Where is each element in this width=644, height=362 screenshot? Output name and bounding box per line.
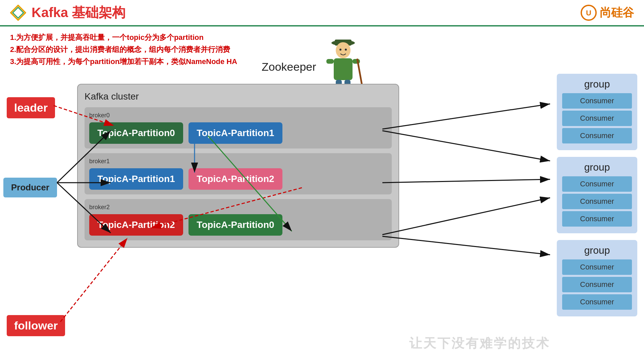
svg-line-31 [382, 236, 550, 255]
broker2-partition0: TopicA-Partition2 [89, 214, 183, 236]
broker0-partition0: TopicA-Partition0 [89, 122, 183, 144]
consumer-g2-1: Consumer [562, 176, 632, 192]
broker2-partition1: TopicA-Partition0 [189, 214, 282, 236]
svg-line-29 [382, 179, 550, 183]
producer-label: Producer [3, 178, 57, 197]
watermark: 让天下没有难学的技术 [409, 335, 550, 352]
consumer-g3-2: Consumer [562, 277, 632, 292]
broker1-partition0: TopicA-Partition1 [89, 168, 183, 190]
consumer-groups: group Consumer Consumer Consumer group C… [557, 74, 637, 316]
group3-title: group [562, 245, 632, 256]
broker2-partitions: TopicA-Partition2 TopicA-Partition0 [89, 214, 387, 236]
svg-line-28 [382, 131, 550, 161]
svg-line-23 [60, 238, 127, 322]
group1-title: group [562, 78, 632, 90]
consumer-g2-3: Consumer [562, 211, 632, 227]
broker0-label: broker0 [89, 112, 387, 119]
zookeeper-label: Zookeeper [262, 60, 316, 73]
header: Kafka 基础架构 U 尚硅谷 [0, 0, 644, 26]
broker2-box: broker2 TopicA-Partition2 TopicA-Partiti… [85, 199, 392, 240]
consumer-group-3: group Consumer Consumer Consumer [557, 240, 637, 316]
page-title: Kafka 基础架构 [32, 3, 125, 22]
consumer-g1-1: Consumer [562, 93, 632, 109]
consumer-g3-3: Consumer [562, 294, 632, 310]
svg-point-14 [339, 49, 341, 51]
svg-point-15 [345, 49, 347, 51]
consumer-group-1: group Consumer Consumer Consumer [557, 74, 637, 150]
consumer-g2-2: Consumer [562, 194, 632, 209]
svg-text:U: U [586, 9, 591, 17]
leader-label: leader [7, 97, 55, 118]
header-left: Kafka 基础架构 [10, 3, 125, 22]
broker0-partition1: TopicA-Partition1 [189, 122, 282, 144]
broker1-label: broker1 [89, 158, 387, 165]
broker1-partition1: TopicA-Partition2 [189, 168, 282, 190]
svg-point-6 [336, 42, 351, 58]
broker1-box: broker1 TopicA-Partition1 TopicA-Partiti… [85, 153, 392, 194]
consumer-g1-2: Consumer [562, 111, 632, 126]
logo-text: 尚硅谷 [600, 5, 634, 20]
consumer-group-2: group Consumer Consumer Consumer [557, 157, 637, 233]
kafka-cluster-box: Kafka cluster broker0 TopicA-Partition0 … [77, 84, 399, 248]
group2-title: group [562, 162, 632, 173]
consumer-g1-3: Consumer [562, 128, 632, 143]
diamond-icon [10, 5, 26, 21]
svg-line-27 [382, 104, 550, 129]
broker0-partitions: TopicA-Partition0 TopicA-Partition1 [89, 122, 387, 144]
svg-rect-8 [326, 59, 334, 64]
svg-line-30 [382, 198, 550, 235]
cluster-title: Kafka cluster [85, 91, 392, 102]
broker0-box: broker0 TopicA-Partition0 TopicA-Partiti… [85, 107, 392, 148]
follower-label: follower [7, 315, 65, 336]
broker2-label: broker2 [89, 204, 387, 211]
logo-area: U 尚硅谷 [580, 4, 634, 21]
broker1-partitions: TopicA-Partition1 TopicA-Partition2 [89, 168, 387, 190]
consumer-g3-1: Consumer [562, 259, 632, 275]
svg-rect-7 [334, 58, 353, 80]
logo-icon: U [580, 4, 597, 21]
